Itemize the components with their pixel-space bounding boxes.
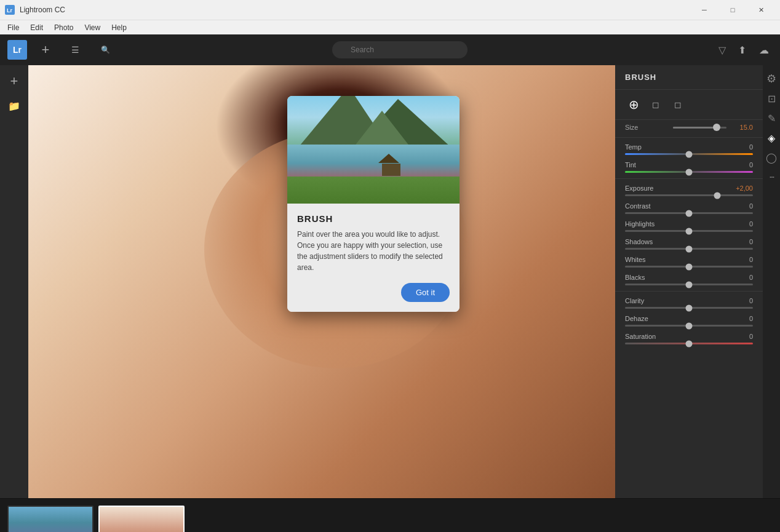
adj-value-saturation: 0 <box>749 333 753 340</box>
effects-button[interactable]: ◯ <box>763 149 780 166</box>
minimize-button[interactable]: ─ <box>690 0 718 20</box>
adj-name-temp: Temp <box>625 143 642 151</box>
adj-thumb-dehaze[interactable] <box>686 322 693 329</box>
adj-header-shadows: Shadows 0 <box>625 238 753 245</box>
adj-name-clarity: Clarity <box>625 297 644 304</box>
adj-value-clarity: 0 <box>749 297 753 304</box>
adj-separator <box>615 291 763 292</box>
size-value: 15.0 <box>731 124 753 131</box>
adj-track-whites[interactable] <box>625 266 753 268</box>
menu-photo[interactable]: Photo <box>49 22 78 33</box>
maximize-button[interactable]: □ <box>718 0 747 20</box>
menu-view[interactable]: View <box>79 22 105 33</box>
adj-thumb-contrast[interactable] <box>686 210 693 216</box>
separator <box>615 137 763 138</box>
top-bar-right: ⬆ ☁ <box>733 41 773 58</box>
adj-value-dehaze: 0 <box>749 315 753 322</box>
adj-header-temp: Temp 0 <box>625 143 753 151</box>
thumbnail-1[interactable] <box>7 506 94 533</box>
adj-name-whites: Whites <box>625 256 646 263</box>
filmstrip <box>0 498 780 532</box>
adj-row-tint: Tint 0 <box>615 158 763 176</box>
healing-button[interactable]: ✎ <box>763 109 780 127</box>
brush-add-tool[interactable]: ⊕ <box>625 96 642 113</box>
right-icon-strip: ⚙ ⊡ ✎ ◈ ◯ ··· <box>763 65 780 498</box>
adj-track-clarity[interactable] <box>625 307 753 309</box>
adj-separator <box>615 178 763 179</box>
adj-track-dehaze[interactable] <box>625 325 753 327</box>
brush-eraser-tool[interactable]: ◻ <box>647 96 664 113</box>
adj-track-saturation[interactable] <box>625 343 753 344</box>
adj-name-shadows: Shadows <box>625 238 653 245</box>
adj-thumb-highlights[interactable] <box>686 228 693 234</box>
photo-canvas: BRUSH Paint over the area you would like… <box>28 65 615 498</box>
adj-thumb-whites[interactable] <box>686 263 693 270</box>
search-input[interactable] <box>332 41 468 58</box>
brush-mask-tool[interactable]: ◻ <box>669 96 686 113</box>
add-media-button[interactable]: + <box>3 70 25 92</box>
adj-value-highlights: 0 <box>749 220 753 228</box>
lr-logo[interactable]: Lr <box>7 40 27 60</box>
thumbnail-2[interactable] <box>98 506 185 533</box>
popup-title: BRUSH <box>297 213 450 224</box>
adj-row-saturation: Saturation 0 <box>615 330 763 347</box>
adj-thumb-blacks[interactable] <box>686 281 693 288</box>
adj-thumb-clarity[interactable] <box>686 304 693 311</box>
roof-decoration <box>378 154 399 163</box>
filter-icon[interactable]: ▽ <box>718 45 726 55</box>
adj-track-shadows[interactable] <box>625 248 753 250</box>
menu-bar: File Edit Photo View Help <box>0 20 780 34</box>
close-button[interactable]: ✕ <box>747 0 775 20</box>
adj-track-tint[interactable] <box>625 171 753 173</box>
adj-header-exposure: Exposure +2,00 <box>625 185 753 192</box>
albums-button[interactable]: 📁 <box>3 95 25 117</box>
adj-track-exposure[interactable] <box>625 194 753 196</box>
add-button[interactable]: + <box>34 39 57 61</box>
adj-value-blacks: 0 <box>749 274 753 281</box>
adj-track-blacks[interactable] <box>625 284 753 285</box>
adj-header-contrast: Contrast 0 <box>625 202 753 210</box>
size-slider-fill <box>673 127 713 129</box>
cloud-button[interactable]: ☁ <box>755 41 773 58</box>
adj-name-tint: Tint <box>625 161 636 169</box>
adj-header-tint: Tint 0 <box>625 161 753 169</box>
menu-file[interactable]: File <box>2 22 24 33</box>
adj-thumb-temp[interactable] <box>686 151 693 157</box>
app-icon: Lr <box>5 5 15 15</box>
adj-name-contrast: Contrast <box>625 202 651 210</box>
adj-row-blacks: Blacks 0 <box>615 271 763 288</box>
adj-track-highlights[interactable] <box>625 230 753 232</box>
right-panel: BRUSH ⊕ ◻ ◻ Size 15.0 Temp 0 <box>615 65 763 498</box>
size-slider-track[interactable] <box>673 127 726 129</box>
adj-thumb-exposure[interactable] <box>714 192 720 199</box>
title-bar: Lr Lightroom CC ─ □ ✕ <box>0 0 780 20</box>
adj-row-temp: Temp 0 <box>615 140 763 158</box>
color-button[interactable]: ◈ <box>763 129 780 146</box>
develop-button[interactable]: ⚙ <box>763 70 780 87</box>
brush-tools: ⊕ ◻ ◻ <box>615 90 763 120</box>
window-controls: ─ □ ✕ <box>690 0 775 20</box>
adj-value-shadows: 0 <box>749 238 753 245</box>
crop-button[interactable]: ⊡ <box>763 90 780 107</box>
size-slider-thumb[interactable] <box>713 124 720 131</box>
adj-thumb-saturation[interactable] <box>686 340 693 347</box>
adj-track-contrast[interactable] <box>625 212 753 214</box>
adj-thumb-tint[interactable] <box>686 169 693 175</box>
adj-header-dehaze: Dehaze 0 <box>625 315 753 322</box>
menu-edit[interactable]: Edit <box>25 22 48 33</box>
got-it-button[interactable]: Got it <box>401 283 450 302</box>
adj-thumb-shadows[interactable] <box>686 245 693 252</box>
brush-panel-header: BRUSH <box>615 65 763 90</box>
adj-header-highlights: Highlights 0 <box>625 220 753 228</box>
popup-body: Paint over the area you would like to ad… <box>297 229 450 273</box>
canvas-area: BRUSH Paint over the area you would like… <box>28 65 615 498</box>
adj-track-temp[interactable] <box>625 153 753 155</box>
popup-content: BRUSH Paint over the area you would like… <box>287 204 460 312</box>
app-title: Lightroom CC <box>20 6 65 14</box>
adj-value-tint: 0 <box>749 161 753 169</box>
thumbnail-1-image <box>9 507 92 533</box>
panels-button[interactable]: ☰ <box>64 39 86 61</box>
menu-help[interactable]: Help <box>106 22 132 33</box>
share-button[interactable]: ⬆ <box>733 41 750 58</box>
more-button[interactable]: ··· <box>763 169 780 186</box>
